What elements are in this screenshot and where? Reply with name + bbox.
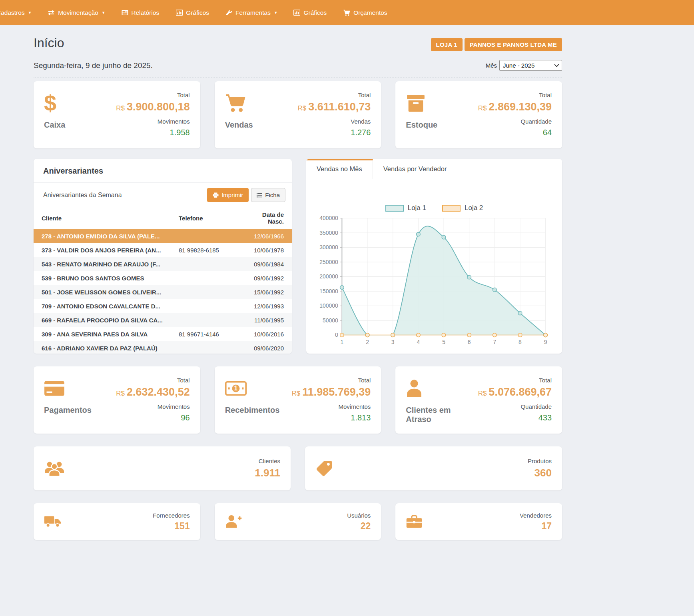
date-cell: 15/06/1992 (245, 285, 292, 299)
nav-item-ferramentas[interactable]: Ferramentas ▾ (217, 0, 285, 25)
total-value: R$2.632.430,52 (116, 386, 189, 398)
legend-label: Loja 2 (465, 204, 483, 212)
birthdays-title: Aniversariantes (34, 159, 292, 183)
card-count: 17 (520, 521, 552, 532)
svg-text:50000: 50000 (323, 317, 338, 324)
table-row[interactable]: 278 - ANTONIO EMIDIO DA SILVA (PALE... 1… (34, 229, 292, 243)
card-label: Pagamentos (44, 406, 96, 415)
table-row[interactable]: 616 - ADRIANO XAVIER DA PAZ (PALAÚ) 09/0… (34, 341, 292, 354)
client-cell: 278 - ANTONIO EMIDIO DA SILVA (PALE... (34, 229, 179, 243)
table-row[interactable]: 501 - JOSE WELISSON GOMES OLIVEIR... 15/… (34, 285, 292, 299)
date-cell: 09/06/1992 (245, 271, 292, 285)
store-button[interactable]: LOJA 1 (431, 38, 463, 51)
total-label: Total (297, 92, 371, 98)
chart-legend: Loja 1 Loja 2 (317, 204, 552, 212)
legend-swatch-loja1 (385, 205, 404, 212)
count-label: Quantidade (478, 118, 552, 125)
svg-text:7: 7 (493, 339, 496, 345)
phone-cell (179, 285, 245, 299)
svg-text:3: 3 (391, 339, 395, 345)
legend-label: Loja 1 (408, 204, 426, 212)
card-vendedores: Vendedores 17 (395, 503, 562, 540)
count-label: Vendas (297, 118, 371, 125)
section-divider (34, 77, 562, 78)
date-cell: 09/06/2020 (245, 341, 292, 354)
date-cell: 11/06/1995 (245, 313, 292, 327)
nav-label: Relatórios (132, 9, 160, 16)
card-count: 151 (153, 521, 190, 532)
ficha-button-label: Ficha (265, 192, 280, 198)
nav-item-cadastros[interactable]: Cadastros ▾ (0, 0, 39, 25)
card-label: Clientes (255, 458, 280, 464)
tab-vendas-por-vendedor[interactable]: Vendas por Vendedor (373, 159, 457, 179)
phone-cell (179, 257, 245, 271)
svg-text:5: 5 (442, 339, 445, 345)
svg-text:0: 0 (335, 332, 338, 338)
card-usuarios: Usuários 22 (215, 503, 381, 540)
total-value: R$2.869.130,39 (478, 101, 552, 113)
legend-swatch-loja2 (442, 205, 461, 212)
person-icon (406, 379, 423, 398)
total-label: Total (291, 377, 371, 384)
phone-cell: 81 99671-4146 (179, 327, 245, 341)
month-select[interactable]: June - 2025 (499, 60, 562, 71)
column-header-client: Cliente (34, 207, 179, 229)
nav-item-orcamentos[interactable]: Orçamentos (335, 0, 395, 25)
phone-cell (179, 341, 245, 354)
count-label: Quantidade (478, 403, 552, 410)
card-label: Produtos (528, 458, 552, 464)
bar-chart-icon (293, 10, 300, 16)
card-pagamentos: Pagamentos Total R$2.632.430,52 Moviment… (34, 366, 200, 434)
count-value: 433 (478, 413, 552, 422)
svg-text:200000: 200000 (319, 273, 338, 280)
nav-label: Gráficos (186, 9, 209, 16)
table-row[interactable]: 309 - ANA SEVERINA PAES DA SILVA 81 9967… (34, 327, 292, 341)
card-fornecedores: Fornecedores 151 (34, 503, 200, 540)
svg-text:1: 1 (341, 339, 344, 345)
top-navbar: Cadastros ▾ Movimentação ▾ Relatórios Gr… (0, 0, 694, 25)
sales-panel: Vendas no Mês Vendas por Vendedor Loja 1… (306, 159, 562, 354)
table-row[interactable]: 539 - BRUNO DOS SANTOS GOMES 09/06/1992 (34, 271, 292, 285)
wrench-icon (226, 10, 232, 16)
total-label: Total (116, 92, 189, 98)
phone-cell (179, 313, 245, 327)
svg-text:250000: 250000 (319, 259, 338, 265)
print-button[interactable]: Imprimir (207, 188, 249, 202)
column-header-birthdate: Data de Nasc. (245, 207, 292, 229)
briefcase-icon (406, 514, 423, 529)
table-row[interactable]: 709 - ANTONIO EDSON CAVALCANTE D... 12/0… (34, 299, 292, 313)
client-cell: 539 - BRUNO DOS SANTOS GOMES (34, 271, 179, 285)
tab-vendas-no-mes[interactable]: Vendas no Mês (306, 159, 373, 179)
count-value: 1.813 (291, 413, 371, 422)
company-button[interactable]: PANNOS E PANNOS LTDA ME (465, 38, 562, 51)
client-cell: 669 - RAFAELA PROCOPIO DA SILVA CA... (34, 313, 179, 327)
card-label: Fornecedores (153, 512, 190, 519)
user-plus-icon (225, 514, 242, 529)
cart-icon (343, 10, 350, 16)
total-value: R$5.076.869,67 (478, 386, 552, 398)
svg-text:150000: 150000 (319, 288, 338, 294)
nav-label: Gráficos (303, 9, 327, 16)
dollar-icon: $ (44, 92, 56, 114)
truck-icon (44, 515, 62, 528)
printer-icon (213, 192, 219, 198)
nav-item-relatorios[interactable]: Relatórios (113, 0, 168, 25)
sales-chart-svg: 0500001000001500002000002500003000003500… (317, 214, 552, 349)
svg-text:100000: 100000 (319, 302, 338, 309)
chevron-down-icon: ▾ (102, 10, 105, 15)
table-row[interactable]: 373 - VALDIR DOS ANJOS PEREIRA (AN... 81… (34, 243, 292, 257)
legend-item-loja1: Loja 1 (385, 204, 426, 212)
nav-item-graficos-1[interactable]: Gráficos (168, 0, 217, 25)
count-value: 1.276 (297, 128, 371, 137)
nav-item-movimentacao[interactable]: Movimentação ▾ (39, 0, 113, 25)
sales-tabs: Vendas no Mês Vendas por Vendedor (306, 159, 562, 179)
table-row[interactable]: 669 - RAFAELA PROCOPIO DA SILVA CA... 11… (34, 313, 292, 327)
table-row[interactable]: 543 - RENATO MARINHO DE ARAUJO (F... 09/… (34, 257, 292, 271)
date-cell: 12/06/1966 (245, 229, 292, 243)
column-header-phone: Telefone (179, 207, 245, 229)
list-icon (257, 193, 262, 198)
ficha-button[interactable]: Ficha (251, 188, 285, 202)
nav-item-graficos-2[interactable]: Gráficos (285, 0, 335, 25)
client-cell: 501 - JOSE WELISSON GOMES OLIVEIR... (34, 285, 179, 299)
birthdays-table: Cliente Telefone Data de Nasc. 278 - ANT… (34, 207, 292, 354)
